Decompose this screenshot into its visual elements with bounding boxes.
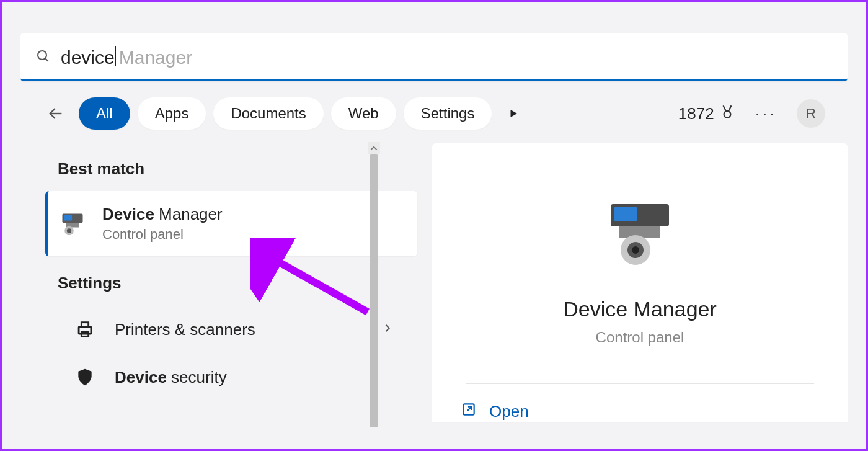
- chevron-right-icon: [383, 323, 392, 336]
- svg-point-9: [67, 228, 71, 233]
- settings-header: Settings: [58, 274, 417, 293]
- open-icon: [461, 401, 477, 422]
- points-value: 1872: [678, 104, 714, 123]
- filter-all[interactable]: All: [79, 97, 130, 130]
- scroll-up-button[interactable]: [368, 142, 380, 154]
- svg-point-18: [632, 246, 639, 254]
- svg-rect-11: [81, 323, 88, 327]
- svg-rect-14: [614, 207, 637, 221]
- more-options-button[interactable]: ···: [755, 104, 777, 123]
- printer-icon: [70, 319, 100, 340]
- open-label: Open: [489, 402, 529, 421]
- result-subtitle: Control panel: [102, 226, 223, 243]
- filter-apps[interactable]: Apps: [138, 97, 206, 130]
- search-input[interactable]: device Manager: [61, 44, 832, 68]
- filter-settings[interactable]: Settings: [404, 97, 492, 130]
- search-icon: [36, 49, 51, 64]
- svg-point-4: [724, 110, 730, 117]
- result-title: Device Manager: [102, 205, 223, 224]
- text-cursor: [115, 46, 116, 66]
- divider: [466, 383, 815, 384]
- scrollbar-thumb[interactable]: [370, 154, 378, 427]
- search-typed-text: device: [61, 47, 115, 68]
- filter-row: All Apps Documents Web Settings 1872 ···…: [20, 81, 848, 142]
- result-device-security[interactable]: Device security: [58, 354, 417, 401]
- filter-documents[interactable]: Documents: [213, 97, 323, 130]
- user-avatar[interactable]: R: [797, 99, 825, 128]
- filter-web[interactable]: Web: [331, 97, 396, 130]
- filter-more-button[interactable]: [499, 99, 528, 128]
- svg-line-1: [45, 58, 48, 61]
- preview-large-icon: [600, 199, 680, 270]
- best-match-header: Best match: [58, 159, 417, 179]
- shield-icon: [70, 367, 100, 387]
- result-device-manager[interactable]: Device Manager Control panel: [45, 191, 417, 256]
- device-manager-icon: [58, 210, 87, 238]
- search-suggestion: Manager: [119, 47, 192, 68]
- svg-point-0: [38, 51, 46, 60]
- preview-subtitle: Control panel: [596, 329, 684, 346]
- search-bar[interactable]: device Manager: [20, 33, 848, 81]
- svg-rect-6: [64, 215, 72, 220]
- open-button[interactable]: Open: [461, 401, 529, 422]
- result-title: Printers & scanners: [115, 320, 255, 339]
- back-button[interactable]: [45, 103, 66, 124]
- preview-title: Device Manager: [563, 297, 717, 321]
- medal-icon: [719, 104, 735, 124]
- results-column: Best match Device Manager Control: [20, 142, 417, 422]
- result-title: Device security: [115, 368, 227, 387]
- svg-marker-3: [511, 110, 518, 117]
- preview-panel: Device Manager Control panel Open: [432, 143, 848, 422]
- result-printers-scanners[interactable]: Printers & scanners: [58, 305, 417, 354]
- rewards-points[interactable]: 1872: [678, 104, 735, 124]
